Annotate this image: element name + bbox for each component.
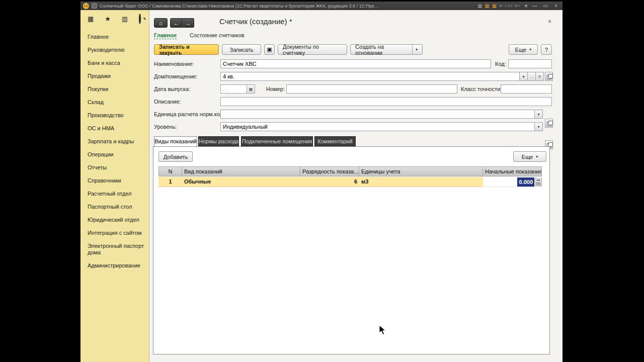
back-icon: ← (174, 20, 179, 26)
app-icon (92, 3, 97, 9)
cell-digits[interactable]: 6 (300, 177, 359, 187)
col-initial[interactable]: Начальные показания (483, 166, 542, 176)
sidebar-item-operacii[interactable]: Операции (80, 148, 149, 161)
cell-units[interactable]: м3 (359, 177, 483, 187)
nav-link-sostoyanie[interactable]: Состояние счетчиков (190, 32, 245, 38)
tab-kommentariy[interactable]: Комментарий (314, 136, 356, 146)
create-based-on-button[interactable]: Создать на основании ▾ (350, 44, 423, 55)
tab-vidy-pokazaniy[interactable]: Виды показаний (154, 136, 197, 146)
desktop-grid-icon[interactable]: ▦ (88, 16, 94, 23)
unit-dropdown-button[interactable]: ▾ (535, 110, 543, 119)
sidebar-toolbar: ▦ ★ ▥ (80, 10, 149, 24)
window-titlebar: 1С Солнечный берег ООО / Саможенкова Ста… (80, 2, 562, 10)
cell-initial[interactable]: 0.000 (483, 177, 542, 187)
favorites-star-icon[interactable]: ★ (524, 2, 528, 10)
sidebar-item-proizvodstvo[interactable]: Производство (80, 109, 149, 122)
building-dropdown-button[interactable]: ▾ (520, 72, 528, 81)
create-based-on-label: Создать на основании (355, 44, 408, 56)
table-more-label: Еще (522, 154, 533, 160)
sidebar-item-elektronny-pasport[interactable]: Электронный паспорт дома (80, 240, 149, 259)
accuracy-input[interactable] (501, 84, 552, 94)
sidebar-item-administrirovanie[interactable]: Администрирование (80, 259, 149, 273)
menu-grid-icon[interactable]: ▦ (477, 2, 482, 10)
history-icon[interactable]: ▥ (122, 16, 128, 23)
building-choose-button[interactable]: … (528, 72, 536, 81)
tab-normy-rashoda[interactable]: Нормы расхода (198, 136, 239, 146)
minimize-button[interactable]: — (531, 3, 539, 9)
more-label: Еще (515, 47, 526, 53)
nav-link-glavnoe[interactable]: Главное (154, 32, 177, 39)
back-button[interactable]: ← (170, 18, 182, 28)
document-icon-button[interactable]: ▣ (264, 44, 275, 55)
number-input[interactable] (286, 84, 457, 94)
close-window-button[interactable]: × (552, 3, 560, 9)
calendar-icon[interactable]: ▦ (485, 2, 489, 10)
home-button[interactable]: ⌂ (154, 18, 168, 28)
sidebar-item-prodazhi[interactable]: Продажи (80, 70, 149, 83)
issue-date-label: Дата выпуска: (154, 84, 190, 94)
sidebar-item-yuridichesky-otdel[interactable]: Юридический отдел (80, 214, 149, 227)
building-input[interactable]: 4 кв. (220, 72, 520, 81)
add-row-button[interactable]: Добавить (158, 151, 193, 162)
issue-date-input[interactable]: . . (220, 84, 247, 94)
sidebar-item-rukovoditelyu[interactable]: Руководителю (80, 44, 149, 57)
document-icon: ▣ (267, 46, 272, 53)
search-icon[interactable] (139, 15, 141, 24)
sidebar-item-integraciya[interactable]: Интеграция с сайтом (80, 227, 149, 240)
table-row[interactable]: 1 Обычные 6 м3 0.000 (158, 177, 542, 187)
help-button[interactable]: ? (541, 44, 552, 55)
building-open-icon[interactable] (545, 72, 553, 81)
more-button[interactable]: Еще ▾ (509, 44, 538, 55)
1c-logo-icon: 1С (83, 3, 89, 9)
issue-date-calendar-button[interactable]: ▦ (247, 84, 255, 94)
save-button[interactable]: Записать (222, 44, 261, 55)
level-input[interactable]: Индивидуальный (220, 122, 535, 131)
mouse-cursor (379, 325, 387, 338)
sidebar-item-os-nma[interactable]: ОС и НМА (80, 122, 149, 135)
calculator-icon[interactable] (535, 178, 542, 186)
col-digits[interactable]: Разрядность показа... (300, 166, 359, 176)
col-units[interactable]: Единицы учета (359, 166, 483, 176)
level-label: Уровень: (154, 122, 177, 131)
chevron-down-icon: ▾ (536, 154, 538, 159)
col-n[interactable]: N (158, 166, 182, 176)
sidebar-item-raschetny-otdel[interactable]: Расчетный отдел (80, 188, 149, 201)
calc-memory-buttons[interactable]: М 100 М+ (499, 4, 521, 8)
unit-label: Единица расчета норм.кол.: (154, 110, 226, 119)
app-frame: ▦ ★ ▥ Главное Руководителю Банк и касса … (80, 10, 562, 362)
sidebar-item-otchety[interactable]: Отчеты (80, 161, 149, 174)
cell-kind[interactable]: Обычные (182, 177, 300, 187)
col-kind[interactable]: Вид показаний (182, 166, 300, 176)
sidebar-item-pasportny-stol[interactable]: Паспортный стол (80, 201, 149, 214)
sidebar-item-sklad[interactable]: Склад (80, 96, 149, 109)
forward-button[interactable]: → (182, 18, 194, 28)
accuracy-label: Класс точности: (461, 84, 502, 94)
section-list: Главное Руководителю Банк и касса Продаж… (80, 31, 149, 273)
restore-button[interactable]: ▭ (541, 3, 549, 9)
description-input[interactable] (220, 97, 552, 106)
sidebar-item-bank-kassa[interactable]: Банк и касса (80, 57, 149, 70)
home-icon: ⌂ (159, 20, 163, 26)
sidebar-item-pokupki[interactable]: Покупки (80, 83, 149, 96)
calculator-icon[interactable]: ▦ (492, 2, 497, 10)
sidebar-item-zarplata[interactable]: Зарплата и кадры (80, 135, 149, 148)
building-clear-button[interactable]: × (536, 72, 544, 81)
chevron-down-icon: ▾ (412, 45, 418, 54)
table-more-button[interactable]: Еще ▾ (513, 151, 546, 162)
initial-value-selected[interactable]: 0.000 (517, 177, 534, 187)
cell-n[interactable]: 1 (158, 177, 182, 187)
level-dropdown-button[interactable]: ▾ (535, 122, 543, 131)
code-input[interactable] (508, 59, 552, 68)
building-label: Дом/помещение: (154, 72, 198, 81)
name-input[interactable]: Счетчик ХВС (220, 59, 491, 68)
meter-documents-button[interactable]: Документы по счетчику (278, 44, 347, 55)
tab-podklyuchennye-pomeshcheniya[interactable]: Подключенные помещения (241, 136, 313, 146)
unit-input[interactable] (220, 110, 535, 119)
number-label: Номер: (266, 84, 285, 94)
unit-open-icon[interactable] (545, 119, 553, 128)
sidebar-item-glavnoe[interactable]: Главное (80, 31, 149, 44)
close-form-button[interactable]: × (548, 18, 551, 25)
sidebar-item-spravochniki[interactable]: Справочники (80, 174, 149, 188)
favorites-icon[interactable]: ★ (105, 16, 111, 23)
save-and-close-button[interactable]: Записать и закрыть (154, 44, 219, 55)
